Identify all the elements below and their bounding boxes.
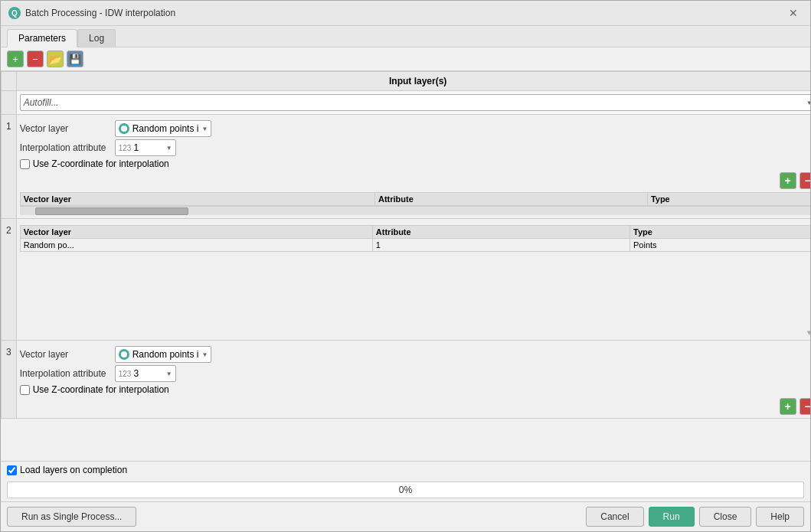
run-single-button[interactable]: Run as Single Process... (7, 507, 136, 527)
combo-arrow-1: ▼ (201, 126, 208, 132)
inner-attr-val: 1 (372, 239, 630, 252)
inner-table-2: Vector layer Attribute Type Random po... (20, 225, 810, 252)
progress-section: 0% (1, 478, 810, 501)
vector-layer-value-3: Random points i (132, 349, 199, 360)
add-row-button[interactable]: + (7, 51, 24, 67)
window-close-button[interactable]: ✕ (784, 5, 803, 21)
remove-row-button[interactable]: − (27, 51, 44, 67)
table-row: 1 Vector layer Random points i ▼ (2, 115, 811, 219)
interp-attr-combo-1[interactable]: 123 1 ▼ (115, 139, 176, 156)
interp-attr-value-1: 1 (133, 142, 162, 153)
col-header-num (2, 72, 17, 91)
layer-icon-3 (119, 349, 129, 360)
scrollbar-thumb-1[interactable] (35, 207, 188, 215)
app-icon: Q (8, 7, 21, 19)
row-num-2: 2 (2, 219, 17, 341)
add-layer-btn-1[interactable]: + (780, 172, 796, 189)
window-title: Batch Processing - IDW interpolation (25, 8, 175, 18)
autofill-input[interactable]: Autofill... ▼ (16, 91, 810, 115)
inner-col-type: Type (647, 193, 810, 206)
table-row: 2 Vector layer Attribute Type (2, 219, 811, 341)
vector-layer-value-1: Random points i (132, 123, 199, 134)
progress-label: 0% (399, 485, 412, 495)
inner-type-val: Points (630, 239, 811, 252)
use-z-checkbox-1[interactable] (20, 159, 30, 169)
inner-vector-val: Random po... (20, 239, 372, 252)
row-num-3: 3 (2, 341, 17, 419)
combo-arrow-attr-1: ▼ (166, 145, 172, 152)
inner-col-attr-2: Attribute (372, 226, 630, 239)
scrollbar-x-1[interactable] (20, 206, 810, 215)
combo-arrow-3: ▼ (201, 351, 208, 358)
help-button[interactable]: Help (756, 507, 804, 527)
table-row: 3 Vector layer Random points i ▼ (2, 341, 811, 419)
footer-buttons: Run as Single Process... Cancel Run Clos… (1, 501, 810, 531)
progress-bar: 0% (7, 481, 804, 498)
row-num-1: 1 (2, 115, 17, 219)
input-layer-cell-3: Vector layer Random points i ▼ (16, 341, 810, 419)
load-layers-label: Load layers on completion (20, 465, 127, 475)
remove-layer-btn-3[interactable]: − (800, 398, 810, 415)
vector-layer-combo-1[interactable]: Random points i ▼ (115, 120, 212, 137)
inner-col-vector: Vector layer (20, 193, 374, 206)
inner-table-1: Vector layer Attribute Type (20, 192, 810, 206)
run-button[interactable]: Run (649, 507, 695, 527)
inner-table-row: Random po... 1 Points (20, 239, 810, 252)
inner-col-type-2: Type (630, 226, 811, 239)
batch-table: Input layer(s) Distance coefficient P Ex… (1, 71, 810, 419)
svg-point-0 (121, 126, 127, 132)
remove-layer-btn-1[interactable]: − (800, 172, 810, 189)
vector-layer-label-3: Vector layer (20, 349, 112, 360)
inner-col-vector-2: Vector layer (20, 226, 372, 239)
interp-attr-label-3: Interpolation attribute (20, 368, 112, 379)
input-layer-cell-1: Vector layer Random points i ▼ (16, 115, 810, 219)
add-layer-btn-3[interactable]: + (780, 398, 796, 415)
bottom-bar: Load layers on completion (1, 461, 810, 478)
use-z-label-1: Use Z-coordinate for interpolation (33, 158, 169, 169)
use-z-label-3: Use Z-coordinate for interpolation (33, 384, 169, 395)
tab-parameters[interactable]: Parameters (7, 29, 77, 47)
open-button[interactable]: 📂 (47, 51, 64, 67)
load-layers-checkbox[interactable] (7, 465, 17, 475)
close-button[interactable]: Close (699, 507, 752, 527)
cancel-button[interactable]: Cancel (586, 507, 643, 527)
interp-attr-label-1: Interpolation attribute (20, 142, 112, 153)
interp-attr-combo-3[interactable]: 123 3 ▼ (115, 365, 176, 382)
interp-attr-value-3: 3 (133, 368, 162, 379)
layer-icon-1 (119, 123, 129, 134)
save-button[interactable]: 💾 (67, 51, 83, 67)
toolbar: + − 📂 💾 (1, 47, 810, 71)
use-z-checkbox-3[interactable] (20, 385, 30, 395)
vector-layer-label-1: Vector layer (20, 123, 112, 134)
vector-layer-combo-3[interactable]: Random points i ▼ (115, 346, 212, 363)
combo-arrow-attr-3: ▼ (166, 370, 172, 377)
svg-point-1 (121, 351, 127, 357)
tab-log[interactable]: Log (77, 29, 116, 47)
input-layer-cell-2: Vector layer Attribute Type Random po... (16, 219, 810, 341)
col-header-input: Input layer(s) (16, 72, 810, 91)
inner-col-attr: Attribute (374, 193, 647, 206)
tab-bar: Parameters Log (1, 26, 810, 47)
